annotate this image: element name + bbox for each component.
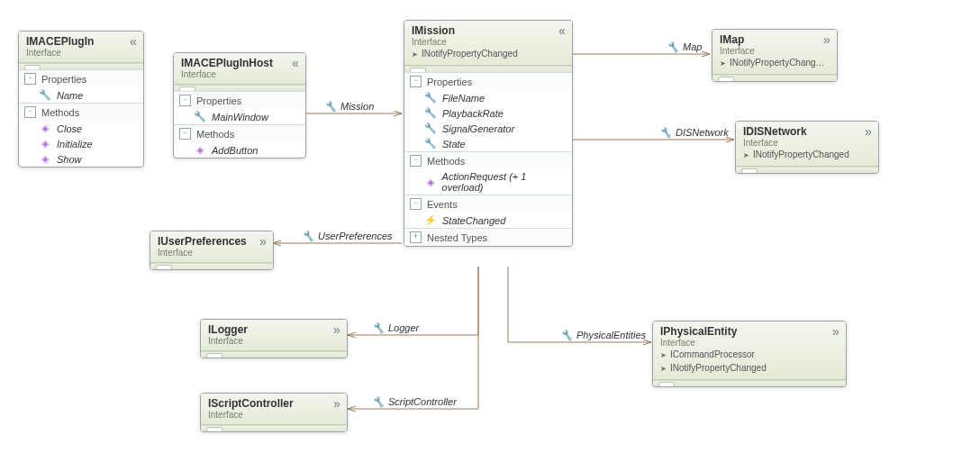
class-stereotype: Interface xyxy=(720,46,819,57)
assoc-userpref-label: 🔧UserPreferences xyxy=(302,231,393,242)
member-row[interactable]: ◈AddButton xyxy=(174,142,305,158)
class-title: IUserPreferences xyxy=(158,235,255,248)
class-header[interactable]: IDISNetwork Interface INotifyPropertyCha… xyxy=(736,122,878,167)
lollipop-bar xyxy=(174,85,305,91)
lollipop-bar xyxy=(653,380,846,386)
class-ilogger[interactable]: ILogger Interface » xyxy=(200,319,348,358)
toggle-icon[interactable]: - xyxy=(179,128,191,140)
class-header[interactable]: IMap Interface INotifyPropertyChang… » xyxy=(712,30,837,75)
class-imap[interactable]: IMap Interface INotifyPropertyChang… » xyxy=(712,29,838,82)
member-row[interactable]: 🔧MainWindow xyxy=(174,109,305,124)
class-imacepluginhost[interactable]: IMACEPlugInHost Interface « -Properties … xyxy=(173,52,306,159)
class-header[interactable]: IPhysicalEntity Interface ICommandProces… xyxy=(653,322,846,380)
class-imaceplugin[interactable]: IMACEPlugIn Interface « -Properties 🔧Nam… xyxy=(18,31,144,168)
lollipop-bar xyxy=(201,425,347,431)
class-title: ILogger xyxy=(208,323,329,336)
class-header[interactable]: IMACEPlugIn Interface « xyxy=(19,32,143,63)
member-row[interactable]: 🔧PlaybackRate xyxy=(404,105,572,121)
class-title: IScriptController xyxy=(208,397,329,410)
implements-row: INotifyPropertyChang… xyxy=(720,57,819,70)
member-row[interactable]: ◈Initialize xyxy=(19,136,143,151)
class-iphysicalentity[interactable]: IPhysicalEntity Interface ICommandProces… xyxy=(652,321,847,387)
assoc-mission-label: 🔧Mission xyxy=(324,101,374,113)
expand-icon[interactable]: » xyxy=(257,235,269,248)
toggle-icon[interactable]: - xyxy=(410,76,422,87)
member-row[interactable]: ⚡StateChanged xyxy=(404,213,572,228)
expand-icon[interactable]: » xyxy=(862,125,875,138)
lollipop-bar xyxy=(404,66,572,72)
section-properties: -Properties 🔧MainWindow xyxy=(174,91,305,124)
collapse-icon[interactable]: « xyxy=(127,35,140,48)
section-methods: -Methods ◈ActionRequest (+ 1 overload) xyxy=(404,151,572,195)
method-icon: ◈ xyxy=(39,153,51,165)
assoc-disnetwork-label: 🔧DISNetwork xyxy=(659,127,729,139)
implements-row: ICommandProcessor xyxy=(660,349,828,362)
member-row[interactable]: 🔧SignalGenerator xyxy=(404,121,572,136)
section-header[interactable]: -Methods xyxy=(404,152,572,169)
section-header[interactable]: -Properties xyxy=(174,92,305,109)
class-title: IDISNetwork xyxy=(743,125,860,138)
class-header[interactable]: IScriptController Interface » xyxy=(201,394,347,425)
class-stereotype: Interface xyxy=(660,338,828,349)
section-header[interactable]: +Nested Types xyxy=(404,229,572,246)
property-icon: 🔧 xyxy=(194,111,206,122)
section-properties: -Properties 🔧Name xyxy=(19,69,143,103)
class-imission[interactable]: IMission Interface INotifyPropertyChange… xyxy=(404,20,573,247)
class-title: IMACEPlugIn xyxy=(26,35,125,48)
lollipop-bar xyxy=(712,75,837,81)
method-icon: ◈ xyxy=(424,177,437,188)
wrench-icon: 🔧 xyxy=(560,330,573,340)
member-row[interactable]: ◈Show xyxy=(19,151,143,167)
toggle-icon[interactable]: - xyxy=(24,106,36,118)
class-header[interactable]: IMACEPlugInHost Interface « xyxy=(174,53,305,85)
assoc-scriptcontroller-label: 🔧ScriptController xyxy=(372,396,457,408)
class-stereotype: Interface xyxy=(743,138,860,149)
section-header[interactable]: -Methods xyxy=(174,125,305,142)
lollipop-bar xyxy=(736,167,878,173)
section-header[interactable]: -Methods xyxy=(19,104,143,121)
section-header[interactable]: -Properties xyxy=(404,73,572,90)
implements-row: INotifyPropertyChanged xyxy=(412,48,554,61)
toggle-icon[interactable]: + xyxy=(410,231,422,243)
class-title: IMACEPlugInHost xyxy=(181,57,287,69)
property-icon: 🔧 xyxy=(424,138,437,149)
toggle-icon[interactable]: - xyxy=(410,198,422,210)
expand-icon[interactable]: » xyxy=(331,397,343,410)
lollipop-bar xyxy=(19,63,143,69)
class-diagram-canvas: { "diagram": { "interfaces": { "imaceplu… xyxy=(0,0,980,471)
member-row[interactable]: ◈Close xyxy=(19,121,143,136)
lollipop-bar xyxy=(201,351,347,358)
class-iuserpreferences[interactable]: IUserPreferences Interface » xyxy=(150,231,274,270)
class-title: IPhysicalEntity xyxy=(660,325,828,338)
wrench-icon: 🔧 xyxy=(372,396,385,407)
class-stereotype: Interface xyxy=(26,48,125,59)
wrench-icon: 🔧 xyxy=(372,322,385,333)
expand-icon[interactable]: » xyxy=(821,33,833,46)
class-header[interactable]: IMission Interface INotifyPropertyChange… xyxy=(404,21,572,66)
section-nested: +Nested Types xyxy=(404,228,572,246)
class-stereotype: Interface xyxy=(181,69,287,80)
member-row[interactable]: 🔧Name xyxy=(19,87,143,103)
toggle-icon[interactable]: - xyxy=(410,155,422,167)
toggle-icon[interactable]: - xyxy=(24,73,36,85)
collapse-icon[interactable]: « xyxy=(289,57,302,69)
class-iscriptcontroller[interactable]: IScriptController Interface » xyxy=(200,393,348,432)
class-header[interactable]: ILogger Interface » xyxy=(201,320,347,351)
class-stereotype: Interface xyxy=(412,37,554,48)
collapse-icon[interactable]: « xyxy=(556,24,568,37)
lollipop-bar xyxy=(150,263,273,269)
member-row[interactable]: 🔧State xyxy=(404,136,572,151)
expand-icon[interactable]: » xyxy=(331,323,343,336)
member-row[interactable]: ◈ActionRequest (+ 1 overload) xyxy=(404,169,572,195)
expand-icon[interactable]: » xyxy=(830,325,842,338)
class-header[interactable]: IUserPreferences Interface » xyxy=(150,231,273,263)
section-properties: -Properties 🔧FileName 🔧PlaybackRate 🔧Sig… xyxy=(404,72,572,151)
section-header[interactable]: -Properties xyxy=(19,70,143,87)
class-idisnetwork[interactable]: IDISNetwork Interface INotifyPropertyCha… xyxy=(735,121,879,174)
implements-row: INotifyPropertyChanged xyxy=(660,362,828,376)
class-title: IMap xyxy=(720,33,819,46)
section-header[interactable]: -Events xyxy=(404,195,572,213)
property-icon: 🔧 xyxy=(424,92,437,104)
member-row[interactable]: 🔧FileName xyxy=(404,90,572,105)
toggle-icon[interactable]: - xyxy=(179,95,191,106)
